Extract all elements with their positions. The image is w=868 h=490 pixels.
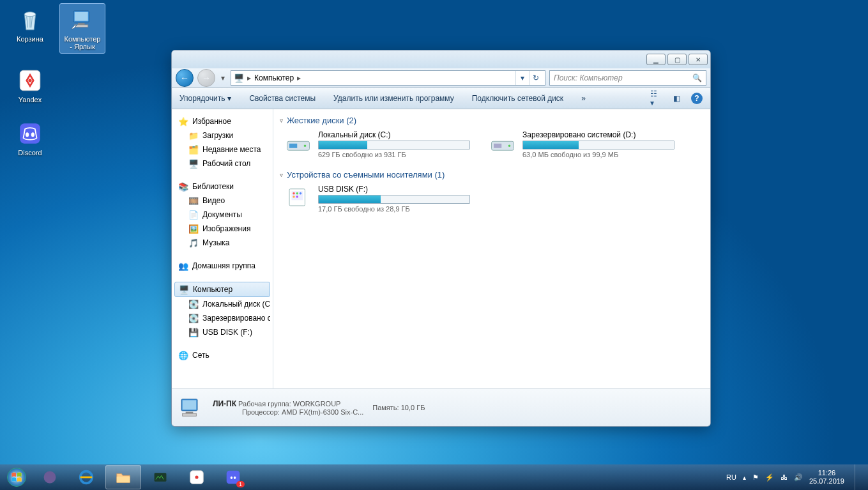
- drive-local-c[interactable]: Локальный диск (C:) 629 ГБ свободно из 9…: [285, 130, 470, 158]
- taskbar-pinned-ie[interactable]: [69, 466, 103, 489]
- drive-usb-f[interactable]: USB DISK (F:) 17,0 ГБ свободно из 28,9 Г…: [285, 185, 470, 213]
- star-icon: ⭐: [178, 116, 188, 126]
- desktop-icon-label: Yandex: [19, 96, 42, 103]
- workgroup-value: WORKGROUP: [293, 400, 341, 408]
- collapse-arrow-icon: ▿: [280, 171, 283, 178]
- forward-button[interactable]: →: [197, 69, 215, 87]
- language-indicator[interactable]: RU: [726, 473, 736, 481]
- svg-point-6: [28, 79, 31, 82]
- sidebar-recent-places[interactable]: 🗂️Недавние места: [174, 142, 270, 157]
- explorer-window: ▁ ▢ ✕ ← → ▾ 🖥️ ▸ Компьютер ▸ ▾ ↻ Поиск: …: [171, 50, 711, 427]
- sidebar-video[interactable]: 🎞️Видео: [174, 194, 270, 208]
- help-button[interactable]: ?: [691, 93, 703, 104]
- desktop-icon-yandex[interactable]: Yandex: [8, 65, 52, 106]
- drive-usage-bar: [522, 141, 674, 149]
- group-hard-drives[interactable]: ▿Жесткие диски (2): [280, 116, 704, 125]
- yandex-icon: [188, 468, 206, 486]
- sidebar-drive-c[interactable]: 💽Локальный диск (C:): [174, 297, 270, 311]
- drive-name: Локальный диск (C:): [318, 130, 470, 139]
- recent-icon: 🗂️: [188, 144, 199, 155]
- desktop-icon-computer-shortcut[interactable]: Компьютер - Ярлык: [60, 4, 105, 53]
- taskbar-discord[interactable]: 1: [216, 466, 250, 489]
- sidebar-libraries[interactable]: 📚Библиотеки: [174, 180, 270, 194]
- view-options-button[interactable]: ☷ ▾: [650, 93, 662, 104]
- breadcrumb-computer[interactable]: Компьютер: [254, 73, 294, 82]
- memory-value: 10,0 ГБ: [401, 404, 425, 411]
- minimize-button[interactable]: ▁: [646, 54, 666, 65]
- cpu-label: Процессор:: [242, 408, 280, 416]
- address-dropdown-button[interactable]: ▾: [515, 71, 529, 85]
- window-titlebar[interactable]: ▁ ▢ ✕: [172, 50, 710, 68]
- details-pane: ЛИ-ПК Рабочая группа: WORKGROUP Процессо…: [172, 388, 710, 426]
- taskbar-yandex-browser[interactable]: [179, 466, 214, 489]
- system-tray: RU ▴ ⚑ ⚡ 🖧 🔊 11:26 25.07.2019: [726, 464, 865, 490]
- map-network-drive-button[interactable]: Подключить сетевой диск: [472, 94, 563, 103]
- computer-icon: [69, 6, 96, 33]
- drive-name: USB DISK (F:): [318, 185, 470, 194]
- back-button[interactable]: ←: [176, 69, 194, 87]
- close-button[interactable]: ✕: [689, 54, 708, 65]
- sidebar-homegroup[interactable]: 👥Домашняя группа: [174, 259, 270, 273]
- computer-icon: 🖥️: [234, 73, 244, 83]
- yandex-icon: [17, 67, 43, 94]
- drive-free-text: 63,0 МБ свободно из 99,9 МБ: [522, 151, 674, 158]
- system-properties-button[interactable]: Свойства системы: [249, 94, 316, 103]
- group-removable[interactable]: ▿Устройства со съемными носителями (1): [280, 170, 704, 180]
- sidebar-drive-f[interactable]: 💾USB DISK (F:): [174, 325, 270, 339]
- action-center-icon[interactable]: ⚑: [752, 473, 759, 482]
- sidebar-downloads[interactable]: 📁Загрузки: [174, 128, 270, 142]
- power-icon[interactable]: ⚡: [765, 473, 774, 482]
- taskbar-pinned-yandex-launcher[interactable]: [33, 466, 67, 489]
- sidebar-music[interactable]: 🎵Музыка: [174, 236, 270, 250]
- removable-drive-icon: [285, 185, 312, 209]
- toolbar-overflow-icon[interactable]: »: [581, 94, 586, 103]
- sidebar-drive-d[interactable]: 💽Зарезервировано системой (D:): [174, 311, 270, 325]
- svg-point-0: [24, 12, 36, 17]
- content-pane: ▿Жесткие диски (2) Локальный диск (C:) 6…: [273, 109, 710, 388]
- uninstall-program-button[interactable]: Удалить или изменить программу: [333, 94, 454, 103]
- documents-icon: 📄: [188, 210, 199, 220]
- nav-history-dropdown[interactable]: ▾: [219, 73, 227, 82]
- workgroup-label: Рабочая группа:: [238, 400, 291, 408]
- search-icon[interactable]: 🔍: [692, 73, 702, 82]
- refresh-button[interactable]: ↻: [529, 71, 542, 85]
- preview-pane-button[interactable]: ◧: [671, 93, 682, 104]
- desktop-icon-discord[interactable]: Discord: [8, 118, 52, 159]
- organize-button[interactable]: Упорядочить ▾: [179, 94, 231, 103]
- maximize-button[interactable]: ▢: [667, 54, 687, 65]
- sidebar-network[interactable]: 🌐Сеть: [174, 348, 270, 362]
- circle-icon: [41, 468, 59, 486]
- svg-rect-7: [20, 123, 40, 144]
- desktop-icon-label: Компьютер - Ярлык: [63, 35, 102, 50]
- drive-reserved-d[interactable]: Зарезервировано системой (D:) 63,0 МБ св…: [489, 130, 674, 158]
- navigation-bar: ← → ▾ 🖥️ ▸ Компьютер ▸ ▾ ↻ Поиск: Компью…: [172, 68, 710, 88]
- pc-name: ЛИ-ПК: [213, 399, 236, 408]
- cpu-value: AMD FX(tm)-6300 Six-C...: [282, 408, 363, 416]
- desktop-icons: Корзина Компьютер - Ярлык Yandex Discord: [8, 4, 105, 159]
- svg-point-20: [300, 192, 302, 195]
- sidebar-computer[interactable]: 🖥️Компьютер: [174, 282, 270, 297]
- svg-rect-26: [183, 413, 197, 416]
- svg-rect-11: [289, 144, 297, 148]
- show-hidden-icons-button[interactable]: ▴: [743, 474, 746, 481]
- start-button[interactable]: [3, 466, 31, 489]
- volume-icon[interactable]: 🔊: [794, 473, 803, 482]
- sidebar-favorites[interactable]: ⭐Избранное: [174, 114, 270, 128]
- search-box[interactable]: Поиск: Компьютер 🔍: [549, 70, 706, 86]
- taskbar-explorer[interactable]: [105, 465, 141, 489]
- sidebar-desktop[interactable]: 🖥️Рабочий стол: [174, 157, 270, 171]
- hdd-icon: [489, 130, 516, 155]
- taskbar-pinned-app[interactable]: [143, 466, 178, 489]
- svg-point-33: [195, 475, 198, 479]
- sidebar-pictures[interactable]: 🖼️Изображения: [174, 222, 270, 236]
- sidebar-documents[interactable]: 📄Документы: [174, 208, 270, 222]
- show-desktop-button[interactable]: [855, 464, 863, 490]
- svg-point-18: [293, 192, 295, 195]
- desktop-icon-recycle-bin[interactable]: Корзина: [8, 4, 52, 53]
- navigation-pane: ⭐Избранное 📁Загрузки 🗂️Недавние места 🖥️…: [172, 109, 273, 388]
- address-bar[interactable]: 🖥️ ▸ Компьютер ▸ ▾ ↻: [231, 70, 545, 86]
- svg-point-35: [231, 477, 232, 479]
- clock[interactable]: 11:26 25.07.2019: [809, 469, 844, 486]
- computer-icon: 🖥️: [179, 284, 189, 295]
- network-icon[interactable]: 🖧: [780, 473, 788, 481]
